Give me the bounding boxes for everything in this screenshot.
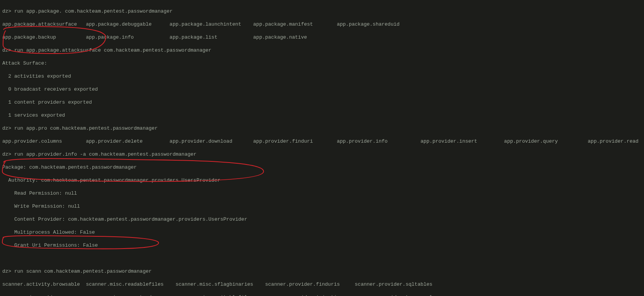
output-line: Content Provider: com.hackteam.pentest.p… <box>2 216 642 223</box>
output-line: Authority: com.hackteam.pentest.password… <box>2 177 642 184</box>
output-line: 1 content providers exported <box>2 99 642 106</box>
output-line: Attack Surface: <box>2 60 642 67</box>
terminal-output[interactable]: dz> run app.package. com.hackteam.pentes… <box>0 0 644 296</box>
cmd-line: dz> run app.pro com.hackteam.pentest.pas… <box>2 125 642 132</box>
output-line: Grant Uri Permissions: False <box>2 242 642 249</box>
completion-row: app.provider.columns app.provider.delete… <box>2 138 642 145</box>
cmd-line: dz> run app.provider.info -a com.hacktea… <box>2 151 642 158</box>
completion-row: scanner.activity.browsable scanner.misc.… <box>2 281 642 288</box>
output-line: Package: com.hackteam.pentest.passwordma… <box>2 164 642 171</box>
completion-row: app.package.attacksurface app.package.de… <box>2 21 642 28</box>
output-line: Write Permission: null <box>2 203 642 210</box>
output-line: 1 services exported <box>2 112 642 119</box>
cmd-line: dz> run scann com.hackteam.pentest.passw… <box>2 268 642 275</box>
output-line: 0 broadcast receivers exported <box>2 86 642 93</box>
blank-line <box>2 255 642 262</box>
cmd-line: dz> run app.package. com.hackteam.pentes… <box>2 8 642 15</box>
output-line: 2 activities exported <box>2 73 642 80</box>
output-line: Read Permission: null <box>2 190 642 197</box>
completion-row: app.package.backup app.package.info app.… <box>2 34 642 41</box>
completion-row: scanner.misc.native scanner.misc.secretc… <box>2 294 642 296</box>
output-line: Multiprocess Allowed: False <box>2 229 642 236</box>
cmd-line: dz> run app.package.attacksurface com.ha… <box>2 47 642 54</box>
